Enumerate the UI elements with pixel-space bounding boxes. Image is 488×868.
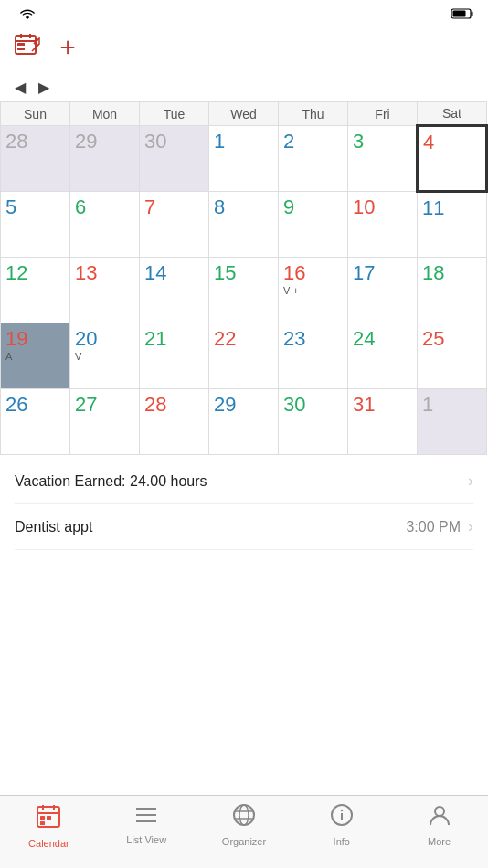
calendar-day[interactable]: 15 <box>209 258 279 323</box>
day-number: 15 <box>214 261 273 285</box>
calendar-day[interactable]: 20V <box>70 323 140 389</box>
day-number: 19 <box>5 327 65 351</box>
day-annotation: A <box>5 351 65 363</box>
calendar-day[interactable]: 29 <box>209 389 279 455</box>
calendar-day[interactable]: 10 <box>348 192 418 258</box>
event-title: Vacation Earned: 24.00 hours <box>15 473 207 490</box>
calendar-day[interactable]: 16V + <box>279 258 348 323</box>
svg-point-27 <box>341 810 343 811</box>
calendar-day[interactable]: 8 <box>209 192 279 258</box>
day-number: 5 <box>5 196 65 219</box>
month-navigation: ◀ ▶ <box>0 79 488 101</box>
svg-point-21 <box>234 805 254 825</box>
calendar-day[interactable]: 17 <box>348 258 418 323</box>
weekday-header-mon: Mon <box>70 102 140 126</box>
weekday-header-wed: Wed <box>209 102 279 126</box>
calendar-edit-icon[interactable] <box>15 33 40 60</box>
chevron-right-icon: › <box>468 517 473 536</box>
tab-calendar[interactable]: Calendar <box>0 803 98 849</box>
calendar-day[interactable]: 1 <box>209 126 279 192</box>
calendar-day[interactable]: 21 <box>140 323 209 389</box>
tab-organizer[interactable]: Organizer <box>196 803 293 847</box>
calendar-day[interactable]: 30 <box>279 389 348 455</box>
calendar-day[interactable]: 3 <box>348 126 418 192</box>
svg-rect-1 <box>472 12 473 16</box>
day-number: 29 <box>214 393 273 417</box>
tab-bar: CalendarList ViewOrganizerInfoMore <box>0 795 488 868</box>
day-number: 14 <box>144 261 204 285</box>
calendar-day[interactable]: 2 <box>279 126 348 192</box>
calendar-day[interactable]: 24 <box>348 323 418 389</box>
calendar-day[interactable]: 14 <box>140 258 209 323</box>
events-list: Vacation Earned: 24.00 hours›Dentist app… <box>0 459 488 550</box>
tab-info[interactable]: Info <box>292 803 390 847</box>
calendar-day[interactable]: 12 <box>1 258 70 323</box>
tab-list-view[interactable]: List View <box>98 803 196 845</box>
tab-label: Info <box>334 836 350 847</box>
day-number: 4 <box>423 131 481 154</box>
calendar-day[interactable]: 28 <box>1 126 70 192</box>
event-title: Dentist appt <box>15 519 92 535</box>
day-number: 30 <box>144 130 204 153</box>
next-month-button[interactable]: ▶ <box>38 79 49 96</box>
day-number: 7 <box>144 196 204 219</box>
event-right: › <box>468 471 473 491</box>
calendar-day[interactable]: 31 <box>348 389 418 455</box>
toolbar: ＋ <box>0 26 488 71</box>
tab-label: List View <box>126 834 166 845</box>
calendar-day[interactable]: 4 <box>418 126 487 192</box>
calendar-day[interactable]: 30 <box>140 126 209 192</box>
calendar-day[interactable]: 11 <box>418 192 487 258</box>
calendar-day[interactable]: 22 <box>209 323 279 389</box>
calendar-day[interactable]: 1 <box>418 389 487 455</box>
add-event-button[interactable]: ＋ <box>55 29 80 64</box>
day-number: 3 <box>353 130 411 153</box>
status-bar <box>0 0 488 26</box>
day-number: 27 <box>75 393 134 417</box>
day-number: 8 <box>214 196 273 219</box>
calendar-day[interactable]: 7 <box>140 192 209 258</box>
calendar-day[interactable]: 23 <box>279 323 348 389</box>
day-number: 6 <box>75 196 134 219</box>
prev-month-button[interactable]: ◀ <box>15 79 26 96</box>
day-number: 11 <box>422 196 482 220</box>
day-number: 30 <box>283 393 343 417</box>
svg-rect-2 <box>453 11 466 17</box>
day-number: 23 <box>283 327 343 351</box>
event-item[interactable]: Dentist appt3:00 PM› <box>15 504 473 550</box>
calendar-day[interactable]: 19A <box>1 323 70 389</box>
event-item[interactable]: Vacation Earned: 24.00 hours› <box>15 459 473 504</box>
event-time: 3:00 PM <box>406 519 461 535</box>
weekday-header-tue: Tue <box>140 102 209 126</box>
weekday-header-sun: Sun <box>1 102 70 126</box>
info-icon <box>330 803 354 833</box>
tab-label: More <box>428 836 451 847</box>
calendar-day[interactable]: 29 <box>70 126 140 192</box>
calendar-day[interactable]: 9 <box>279 192 348 258</box>
weekday-header-fri: Fri <box>348 102 418 126</box>
calendar-day[interactable]: 6 <box>70 192 140 258</box>
svg-rect-7 <box>17 43 25 46</box>
calendar-day[interactable]: 27 <box>70 389 140 455</box>
svg-rect-16 <box>47 816 51 820</box>
tab-label: Calendar <box>28 838 69 849</box>
calendar-day[interactable]: 26 <box>1 389 70 455</box>
svg-rect-17 <box>40 821 45 825</box>
day-number: 18 <box>422 261 482 285</box>
day-number: 28 <box>5 130 65 153</box>
day-number: 1 <box>214 130 273 153</box>
calendar-day[interactable]: 18 <box>418 258 487 323</box>
day-number: 9 <box>283 196 343 219</box>
calendar-day[interactable]: 5 <box>1 192 70 258</box>
day-number: 16 <box>283 261 343 285</box>
calendar-grid: SunMonTueWedThuFriSat 282930123456789101… <box>0 101 488 455</box>
month-title <box>0 71 488 79</box>
weekday-header-thu: Thu <box>279 102 348 126</box>
day-number: 20 <box>75 327 134 351</box>
calendar-day[interactable]: 25 <box>418 323 487 389</box>
day-number: 25 <box>422 327 482 351</box>
calendar-day[interactable]: 28 <box>140 389 209 455</box>
calendar-day[interactable]: 13 <box>70 258 140 323</box>
tab-more[interactable]: More <box>390 803 488 847</box>
day-number: 13 <box>75 261 134 285</box>
